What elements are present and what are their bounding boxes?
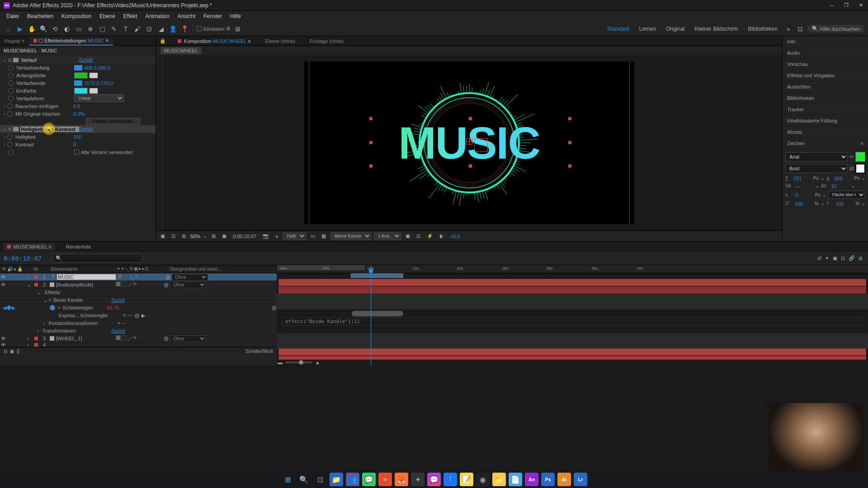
playhead[interactable] xyxy=(371,265,371,366)
layer-bar-wheel1[interactable] xyxy=(278,348,866,356)
transform-group[interactable]: ›TransformierenZurück xyxy=(0,327,277,335)
gradient-end-value[interactable]: 1672,0,730,0 xyxy=(84,80,113,86)
selection-handle[interactable] xyxy=(469,164,472,168)
text-tool-icon[interactable]: T xyxy=(121,24,130,33)
solo-column-icon[interactable]: ● xyxy=(14,267,16,272)
contrast-value[interactable]: 0 xyxy=(73,142,76,147)
tl-footer-icon[interactable]: ▣ xyxy=(10,349,14,354)
expr-graph-icon[interactable]: 〰 xyxy=(127,313,132,318)
selection-handle[interactable] xyxy=(369,164,373,168)
snapshot-icon[interactable]: 📷 xyxy=(261,233,271,239)
collapse-icon[interactable]: ⌄ xyxy=(2,126,7,132)
stopwatch-icon[interactable] xyxy=(8,80,14,86)
project-tab[interactable]: Projekt ≡ xyxy=(0,37,29,45)
layer-bar-wheel2[interactable] xyxy=(278,356,866,360)
help-search[interactable]: 🔍 Hilfe durchsuchen xyxy=(807,25,864,33)
effect-verlauf-header[interactable]: ⌄ fx Verlauf Zurück xyxy=(0,56,156,64)
layer-wheel2[interactable]: 👁 › 4 xyxy=(0,343,277,347)
3d-icon[interactable]: ▣ xyxy=(404,233,412,239)
visibility-toggle[interactable]: 👁 xyxy=(0,336,6,341)
swap-colors-button[interactable]: Farben vertauschen xyxy=(86,118,140,125)
rotate-tool-icon[interactable]: ◐ xyxy=(62,24,71,33)
lr-icon[interactable]: Lr xyxy=(574,473,587,486)
stroke-color-swatch[interactable] xyxy=(855,164,865,174)
parent-select[interactable]: Ohne xyxy=(172,274,208,281)
menu-effect[interactable]: Effekt xyxy=(120,12,141,21)
timecode-display[interactable]: 0:00:10:07 xyxy=(231,234,258,239)
fast-preview-icon[interactable]: ⚡ xyxy=(425,233,435,239)
selection-tool-icon[interactable]: ▶ xyxy=(15,24,24,33)
region-icon[interactable]: ▭ xyxy=(309,233,317,239)
expand-icon[interactable]: ⌄ xyxy=(27,282,33,288)
menu-file[interactable]: Datei xyxy=(3,12,23,21)
dropdown-icon[interactable]: ⌄ xyxy=(821,201,825,206)
menu-view[interactable]: Ansicht xyxy=(174,12,199,21)
work-area-bar[interactable] xyxy=(278,265,364,270)
paragraph-panel[interactable]: Absatz xyxy=(783,127,868,138)
expression-pickwhip-icon[interactable]: @ xyxy=(272,305,277,310)
res-icon[interactable]: ⊞ xyxy=(180,233,188,239)
switch-icon[interactable]: ● xyxy=(138,266,141,272)
tracking-input[interactable] xyxy=(831,183,849,189)
dropdown-icon[interactable]: ⌄ xyxy=(861,201,865,206)
dropdown-icon[interactable]: ⌄ xyxy=(815,183,819,189)
channel-icon[interactable]: ⊡ xyxy=(170,233,177,239)
panel-menu-icon[interactable]: ≡ xyxy=(106,38,108,43)
render-queue-tab[interactable]: Renderliste xyxy=(62,243,95,250)
ps-icon[interactable]: Ps xyxy=(541,473,555,486)
visibility-toggle[interactable]: 👁 xyxy=(0,343,6,347)
menu-animation[interactable]: Animation xyxy=(142,12,173,21)
reset-link[interactable]: Zurück xyxy=(79,127,93,131)
tab-menu-icon[interactable]: ≡ xyxy=(48,244,51,249)
resolution-select[interactable]: Halb xyxy=(283,232,306,240)
maximize-button[interactable]: ❐ xyxy=(843,2,850,9)
app-icon[interactable]: ● xyxy=(378,473,392,486)
roto-tool-icon[interactable]: 👤 xyxy=(168,24,177,33)
stopwatch-active-icon[interactable] xyxy=(50,305,55,310)
layer-color[interactable] xyxy=(34,343,38,347)
color-icon[interactable]: ● xyxy=(274,234,280,239)
workspace-small[interactable]: Kleiner Bildschirm xyxy=(691,26,742,32)
switch-icon[interactable]: ✦ xyxy=(117,266,120,272)
tab-menu-icon[interactable]: ≡ xyxy=(248,38,250,44)
stopwatch-icon[interactable] xyxy=(8,96,14,101)
panel-menu-icon[interactable]: ≡ xyxy=(861,141,863,146)
brightness-value[interactable]: 150 xyxy=(73,134,81,140)
tl-tool-icon[interactable]: ⊞ xyxy=(859,255,863,261)
visibility-toggle[interactable]: 👁 xyxy=(0,274,6,280)
switch-icon[interactable]: ⊡ xyxy=(145,266,148,272)
parent-select[interactable]: Ohne xyxy=(170,335,206,342)
zoom-tool-icon[interactable]: 🔍 xyxy=(39,24,48,33)
fx-badge-icon[interactable]: fx xyxy=(8,57,12,63)
dropdown-icon[interactable]: ⌄ xyxy=(822,192,826,198)
snap-grid-icon[interactable]: ⊞ xyxy=(233,24,242,33)
anchor-point[interactable] xyxy=(466,138,472,145)
tl-tool-icon[interactable]: ⊡ xyxy=(841,255,845,261)
menu-composition[interactable]: Komposition xyxy=(58,12,95,21)
tl-tool-icon[interactable]: ⇄ xyxy=(817,255,821,261)
tl-tool-icon[interactable]: 🔗 xyxy=(849,255,855,261)
eraser-tool-icon[interactable]: ◢ xyxy=(156,24,165,33)
workspace-original[interactable]: Original xyxy=(662,26,688,32)
selection-handle[interactable] xyxy=(568,117,571,120)
workspace-more-icon[interactable]: » xyxy=(784,24,793,33)
layer-wheel1[interactable]: 👁 › 3 [WHEEL_1] ／fx @ Ohne xyxy=(0,335,277,343)
preview-panel[interactable]: Vorschau xyxy=(783,59,868,70)
menu-edit[interactable]: Bearbeiten xyxy=(24,12,57,21)
effect-brightness-header[interactable]: ⌄ fx Helligkeit und Kontrast Zurück xyxy=(0,125,156,133)
eyedropper-icon[interactable] xyxy=(90,88,98,94)
effect-visibility-icon[interactable] xyxy=(13,127,19,131)
pan-behind-tool-icon[interactable]: ⊕ xyxy=(86,24,95,33)
content-aware-panel[interactable]: Inhaltsbasierte Füllung xyxy=(783,115,868,127)
layer-color[interactable] xyxy=(34,275,38,279)
parent-pickwhip-icon[interactable]: @ xyxy=(165,274,172,280)
expr-enable-icon[interactable]: = xyxy=(123,313,126,318)
character-panel-header[interactable]: Zeichen ≡ xyxy=(783,138,868,149)
orbit-tool-icon[interactable]: ⟲ xyxy=(51,24,60,33)
transform-box[interactable] xyxy=(474,138,488,152)
viewer-lock-icon[interactable]: 🔒 xyxy=(160,38,166,44)
selection-handle[interactable] xyxy=(369,141,373,144)
explorer-icon[interactable]: 📁 xyxy=(330,473,343,486)
keyframe-segment[interactable] xyxy=(352,311,403,316)
stopwatch-icon[interactable] xyxy=(7,111,13,117)
